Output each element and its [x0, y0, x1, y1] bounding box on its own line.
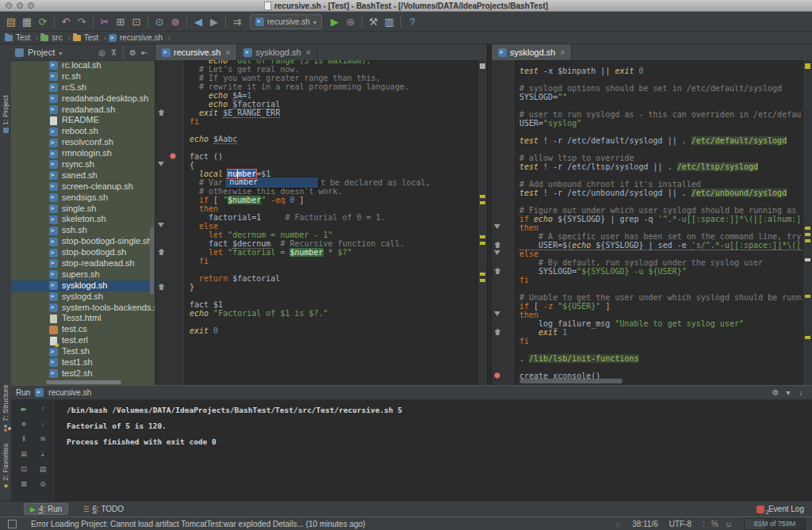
caret-position-widget[interactable]: 38:11/6 — [632, 520, 658, 528]
project-tree-item[interactable]: single.sh — [11, 204, 155, 215]
scroll-to-end-icon[interactable]: ⇣ — [35, 448, 49, 459]
gear-icon[interactable]: ⚙ — [769, 387, 782, 398]
project-tree-item[interactable]: README — [11, 115, 155, 126]
project-tree-item[interactable]: rsync.sh — [11, 159, 155, 170]
fold-marker-icon[interactable] — [494, 250, 500, 255]
project-tree-item[interactable]: sendsigs.sh — [11, 193, 155, 204]
close-window-button[interactable] — [6, 2, 12, 9]
editor-tab-recursive-sh[interactable]: recursive.sh — [155, 44, 237, 60]
breadcrumb-item[interactable]: src — [40, 33, 70, 42]
line-separator-icon[interactable]: : — [703, 520, 705, 528]
redo-icon[interactable]: ↷ — [74, 13, 90, 29]
error-stripe-mark[interactable] — [805, 227, 810, 230]
help-icon[interactable]: ? — [404, 13, 420, 29]
gear-icon[interactable]: ⚙ — [127, 46, 139, 59]
project-tree-item[interactable]: readahead.sh — [11, 105, 155, 116]
project-structure-icon[interactable]: ▥ — [381, 13, 397, 29]
project-tree-item[interactable]: test2.sh — [11, 368, 155, 379]
fold-marker-icon[interactable] — [494, 311, 500, 316]
project-tree-item[interactable]: stop-readahead.sh — [11, 258, 155, 269]
restore-layout-icon[interactable]: ⊞ — [16, 448, 30, 459]
copy-icon[interactable]: ⊞ — [113, 13, 128, 29]
collapse-all-icon[interactable]: ⊼ — [108, 46, 120, 59]
error-stripe-mark[interactable] — [805, 239, 810, 242]
down-stack-trace-icon[interactable]: ↓ — [35, 418, 49, 429]
toolwindow-button-project[interactable]: 1: Project — [2, 95, 10, 133]
encoding-widget[interactable]: UTF-8 — [669, 520, 691, 528]
project-tree-item[interactable]: readahead-desktop.sh — [11, 93, 155, 105]
project-tree-item[interactable]: rcS.sh — [11, 82, 155, 93]
background-process-icon[interactable]: ☼ — [614, 520, 621, 528]
undo-icon[interactable]: ↶ — [58, 13, 74, 29]
toolwindow-button-4-run[interactable]: ▶4: Run — [24, 503, 68, 515]
paste-icon[interactable]: ⊡ — [128, 13, 144, 29]
error-stripe-mark[interactable] — [480, 279, 485, 282]
find-usages-icon[interactable]: ⊚ — [167, 13, 183, 29]
project-tree-item[interactable]: Test.sh — [11, 346, 155, 357]
fold-marker-icon[interactable] — [494, 242, 501, 248]
rerun-icon[interactable]: ▸▸ — [16, 403, 30, 414]
project-tree-item[interactable]: ssh.sh — [11, 225, 155, 236]
zoom-window-button[interactable] — [28, 2, 34, 9]
code-area[interactable]: echo "Out of range (5 is maximum)." # Le… — [185, 60, 477, 385]
project-tree-item[interactable]: resolvconf.sh — [11, 137, 155, 148]
project-tree-item[interactable]: stop-bootlogd.sh — [11, 247, 155, 258]
event-log-button[interactable]: 2 Event Log — [756, 505, 804, 513]
synchronize-icon[interactable]: ⟳ — [35, 13, 51, 29]
gutter-marker-icon[interactable] — [494, 372, 500, 379]
save-all-icon[interactable]: ▦ — [19, 13, 35, 29]
minimize-window-button[interactable] — [17, 2, 23, 9]
project-tree-item[interactable]: test.cs — [11, 324, 155, 335]
up-stack-trace-icon[interactable]: ↑ — [35, 403, 49, 414]
code-area[interactable]: test -x $binpath || exit 0# syslogd opti… — [515, 60, 802, 385]
fold-marker-icon[interactable] — [158, 284, 165, 290]
horizontal-scrollbar[interactable] — [14, 380, 147, 384]
fold-marker-icon[interactable] — [158, 223, 164, 227]
project-tree-item[interactable]: Tesst.html — [11, 313, 155, 324]
close-tab-icon[interactable] — [225, 48, 230, 57]
run-icon[interactable]: ▶ — [327, 13, 343, 29]
scrollbar-thumb[interactable] — [46, 380, 121, 384]
open-icon[interactable]: ▤ — [3, 13, 19, 29]
project-tree-item[interactable]: reboot.sh — [11, 126, 155, 137]
status-message[interactable]: Error Loading Project: Cannot load artif… — [31, 520, 366, 528]
project-tree-item[interactable]: test.erl — [11, 335, 155, 346]
run-configuration-select[interactable]: recursive.sh — [250, 14, 322, 29]
horizontal-scrollbar[interactable] — [515, 379, 802, 384]
toolwindow-button-structure[interactable]: 7: Structure — [2, 384, 10, 432]
breadcrumb-item[interactable]: Test — [5, 33, 38, 42]
fold-marker-icon[interactable] — [494, 224, 500, 229]
error-stripe-mark[interactable] — [805, 295, 810, 298]
scrollbar-thumb[interactable] — [519, 379, 622, 383]
status-checkbox-icon[interactable] — [8, 520, 17, 528]
breadcrumb-item[interactable]: recursive.sh — [109, 33, 170, 42]
run-context-icon[interactable]: ⇉ — [229, 13, 245, 29]
error-stripe-mark[interactable] — [480, 195, 485, 198]
editor-tab-sysklogd-sh[interactable]: sysklogd.sh — [237, 44, 317, 60]
fold-marker-icon[interactable] — [158, 162, 164, 166]
project-tree-item[interactable]: test1.sh — [11, 357, 155, 368]
hide-panel-icon[interactable]: ⇤ — [139, 46, 151, 59]
memory-indicator[interactable]: 81M of 759M — [744, 518, 806, 530]
back-icon[interactable]: ◀ — [190, 13, 206, 29]
scroll-from-source-icon[interactable]: ◎ — [96, 46, 108, 59]
project-tree-item[interactable]: supers.sh — [11, 269, 155, 280]
close-icon[interactable]: ⊠ — [16, 479, 30, 489]
soft-wrap-icon[interactable]: ≋ — [35, 433, 49, 444]
readonly-icon[interactable]: % — [711, 520, 718, 528]
project-tree-item[interactable]: rc.sh — [11, 71, 155, 82]
toolwindow-button-6-todo[interactable]: ☰6: TODO — [76, 503, 130, 515]
close-tab-icon[interactable] — [306, 48, 311, 57]
project-panel-header[interactable]: Project ◎⊼⚙⇤ — [11, 44, 155, 61]
error-stripe-mark[interactable] — [480, 273, 485, 276]
error-stripe-mark[interactable] — [805, 258, 810, 261]
debug-icon[interactable]: ⊛ — [343, 13, 358, 29]
error-stripe[interactable] — [477, 60, 487, 385]
project-tree-item[interactable]: skeleton.sh — [11, 214, 155, 225]
project-tree-item[interactable]: rmnologin.sh — [11, 148, 155, 159]
fold-marker-icon[interactable] — [494, 268, 501, 274]
project-tree-item[interactable]: rc.local.sh — [11, 60, 155, 71]
pin-icon[interactable]: ⊡ — [16, 463, 30, 474]
editor-tab-sysklogd-sh[interactable]: sysklogd.sh — [492, 44, 572, 60]
project-tree-item[interactable]: screen-cleanup.sh — [11, 181, 155, 193]
